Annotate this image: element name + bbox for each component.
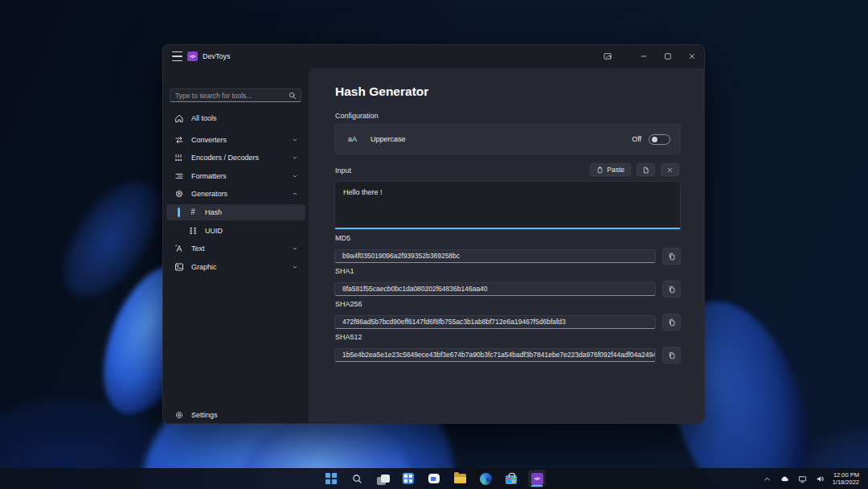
sidebar-item-generators[interactable]: Generators — [166, 186, 305, 202]
sidebar-item-label: Hash — [205, 208, 222, 216]
onedrive-cloud-icon[interactable] — [780, 471, 791, 487]
active-app-indicator — [531, 485, 542, 487]
uuid-icon — [188, 226, 198, 236]
file-explorer-button[interactable] — [451, 470, 469, 487]
window-title: DevToys — [203, 52, 231, 60]
copy-icon — [668, 318, 676, 327]
graphic-icon — [174, 262, 184, 272]
gear-icon — [174, 410, 184, 420]
input-header: Input Paste — [335, 163, 679, 176]
sha512-label: SHA512 — [335, 333, 362, 341]
chevron-down-icon — [291, 137, 298, 144]
selection-indicator — [178, 208, 180, 217]
sha256-copy-button[interactable] — [662, 314, 681, 331]
sha512-output[interactable]: 1b5e4b2ea5e1e23c5649ece43bf3e674b7a90b3f… — [334, 348, 656, 362]
close-button[interactable] — [680, 45, 704, 68]
sidebar-item-encoders-decoders[interactable]: Encoders / Decoders — [166, 150, 305, 166]
toggle-knob — [652, 137, 658, 143]
sidebar-item-label: Generators — [191, 190, 227, 198]
desktop: </> DevToys — [0, 0, 868, 489]
sha256-output[interactable]: 472f86ad5b7bcd90eff6147fd6f8fb755ac3b1ab… — [334, 315, 656, 329]
devtoys-logo-icon: </> — [187, 51, 198, 61]
paste-button[interactable]: Paste — [590, 163, 631, 176]
sidebar-item-graphic[interactable]: Graphic — [166, 259, 305, 275]
wallpaper-petal — [45, 166, 177, 314]
chat-button[interactable] — [425, 470, 443, 487]
generators-icon — [174, 189, 184, 199]
hash-input-textarea[interactable]: Hello there ! — [334, 181, 681, 229]
tray-chevron-up-icon[interactable] — [762, 471, 773, 487]
widgets-button[interactable] — [399, 470, 417, 487]
page-title: Hash Generator — [335, 84, 428, 99]
clear-input-button[interactable] — [661, 163, 679, 176]
uppercase-label: Uppercase — [371, 135, 406, 143]
network-icon[interactable] — [797, 471, 809, 487]
input-label: Input — [335, 166, 351, 175]
sha256-label: SHA256 — [335, 300, 362, 308]
md5-copy-button[interactable] — [662, 248, 681, 265]
widgets-icon — [403, 473, 414, 484]
sidebar-item-label: Converters — [191, 136, 227, 144]
file-icon — [642, 166, 649, 174]
toggle-state-label: Off — [632, 135, 641, 143]
sidebar-item-label: Graphic — [191, 263, 217, 271]
formatters-icon — [174, 171, 184, 181]
copy-icon — [668, 253, 676, 261]
copy-icon — [668, 351, 676, 360]
windows-logo-icon — [326, 473, 337, 484]
task-view-button[interactable] — [374, 470, 391, 487]
devtoys-icon: </> — [531, 473, 543, 485]
sidebar-item-settings[interactable]: Settings — [166, 407, 305, 423]
md5-label: MD5 — [335, 234, 350, 242]
folder-icon — [454, 474, 466, 483]
maximize-button[interactable] — [656, 45, 680, 68]
sidebar-item-formatters[interactable]: Formatters — [166, 168, 305, 184]
home-icon — [174, 113, 184, 123]
search-icon[interactable] — [287, 90, 298, 101]
compact-overlay-button[interactable] — [596, 45, 620, 68]
sidebar-item-label: All tools — [191, 114, 217, 122]
taskbar-search-button[interactable] — [348, 470, 366, 487]
devtoys-window: </> DevToys — [162, 44, 705, 424]
chevron-down-icon — [291, 154, 298, 162]
uppercase-setting-card: aA Uppercase Off — [334, 124, 681, 154]
sha512-copy-button[interactable] — [662, 347, 681, 364]
uppercase-icon: aA — [348, 135, 357, 143]
encoders-decoders-icon — [174, 153, 184, 162]
uppercase-toggle[interactable] — [649, 134, 670, 145]
sidebar-item-label: UUID — [205, 227, 223, 235]
start-button[interactable] — [322, 470, 340, 487]
taskbar: </> 12:00 PM 1/18/2022 — [0, 468, 868, 489]
tray-time: 12:00 PM — [833, 471, 859, 479]
md5-output[interactable]: b9a4f035019096a2f939352b369258bc — [334, 249, 656, 263]
store-icon — [506, 475, 517, 484]
system-tray: 12:00 PM 1/18/2022 — [762, 468, 868, 489]
tray-date: 1/18/2022 — [833, 479, 859, 486]
devtoys-taskbar-button[interactable]: </> — [528, 470, 546, 487]
chevron-down-icon — [291, 245, 298, 253]
sidebar-item-label: Formatters — [191, 172, 227, 180]
clock[interactable]: 12:00 PM 1/18/2022 — [833, 471, 859, 486]
close-icon — [666, 166, 674, 174]
copy-icon — [668, 286, 676, 294]
sidebar: All tools Converters Encoders / Decoders — [163, 68, 309, 423]
minimize-button[interactable] — [632, 45, 656, 68]
sidebar-item-uuid[interactable]: UUID — [166, 223, 305, 239]
sha1-output[interactable]: 8fa581f55caecb0bc1da080202f64836b146aa40 — [334, 282, 656, 296]
clipboard-icon — [596, 166, 604, 174]
converters-icon — [174, 135, 184, 145]
search-input[interactable] — [170, 92, 287, 100]
edge-icon — [480, 473, 492, 485]
edge-button[interactable] — [477, 470, 494, 487]
open-file-button[interactable] — [637, 163, 655, 176]
sidebar-item-all-tools[interactable]: All tools — [166, 110, 305, 126]
store-button[interactable] — [502, 470, 520, 487]
text-icon — [174, 244, 184, 253]
sha1-copy-button[interactable] — [662, 281, 681, 298]
volume-icon[interactable] — [815, 471, 826, 487]
hamburger-menu-icon[interactable] — [172, 51, 182, 61]
sidebar-item-hash[interactable]: # Hash — [166, 204, 305, 220]
sidebar-item-converters[interactable]: Converters — [166, 132, 305, 148]
sidebar-item-text[interactable]: Text — [166, 240, 305, 257]
chevron-down-icon — [291, 264, 298, 271]
